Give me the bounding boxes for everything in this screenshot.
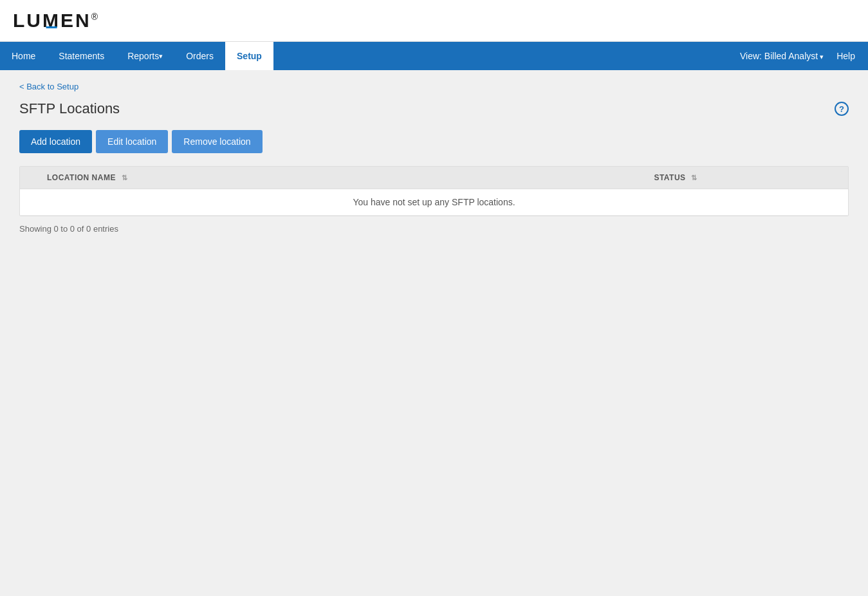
empty-message: You have not set up any SFTP locations. <box>20 189 848 216</box>
table-empty-row: You have not set up any SFTP locations. <box>20 189 848 216</box>
nav-bar: Home Statements Reports Orders Setup Vie… <box>0 42 868 70</box>
main-content: < Back to Setup SFTP Locations ? Add loc… <box>0 70 868 596</box>
help-link[interactable]: Help <box>836 51 855 61</box>
nav-item-reports[interactable]: Reports <box>116 42 174 70</box>
entries-info: Showing 0 to 0 of 0 entries <box>19 224 849 234</box>
location-name-column-header[interactable]: LOCATION NAME ⇅ <box>38 167 645 189</box>
remove-location-button[interactable]: Remove location <box>172 130 262 153</box>
location-sort-icon[interactable]: ⇅ <box>122 174 128 182</box>
table-header-row: LOCATION NAME ⇅ STATUS ⇅ <box>20 167 848 189</box>
page-header: SFTP Locations ? <box>19 100 849 117</box>
status-column-header[interactable]: STATUS ⇅ <box>645 167 848 189</box>
page-title: SFTP Locations <box>19 100 120 117</box>
edit-location-button[interactable]: Edit location <box>96 130 168 153</box>
status-sort-icon[interactable]: ⇅ <box>691 174 697 182</box>
logo-accent: M <box>42 11 60 30</box>
view-selector[interactable]: View: Billed Analyst <box>740 51 824 61</box>
back-to-setup-link[interactable]: < Back to Setup <box>19 82 78 91</box>
help-icon[interactable]: ? <box>835 102 849 116</box>
top-bar: LUMEN® <box>0 0 868 42</box>
nav-left: Home Statements Reports Orders Setup <box>0 42 273 70</box>
locations-table: LOCATION NAME ⇅ STATUS ⇅ You have not se… <box>20 167 848 216</box>
logo: LUMEN® <box>13 11 100 30</box>
checkbox-column-header <box>20 167 38 189</box>
nav-item-home[interactable]: Home <box>0 42 47 70</box>
action-buttons: Add location Edit location Remove locati… <box>19 130 849 153</box>
nav-item-setup[interactable]: Setup <box>225 42 273 70</box>
nav-item-orders[interactable]: Orders <box>174 42 225 70</box>
table-container: LOCATION NAME ⇅ STATUS ⇅ You have not se… <box>19 166 849 216</box>
add-location-button[interactable]: Add location <box>19 130 92 153</box>
nav-item-statements[interactable]: Statements <box>47 42 116 70</box>
nav-right: View: Billed Analyst Help <box>740 42 868 70</box>
